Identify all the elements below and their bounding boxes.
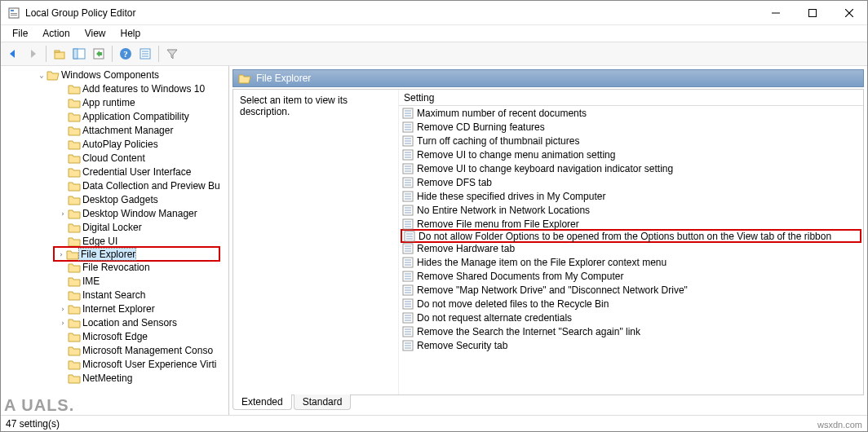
setting-row[interactable]: Do not move deleted files to the Recycle… — [399, 297, 863, 311]
svg-rect-8 — [55, 52, 64, 59]
tree-item[interactable]: ›Internet Explorer — [1, 302, 228, 315]
forward-button[interactable] — [24, 45, 42, 63]
tree-pane[interactable]: ⌄ Windows Components Add features to Win… — [1, 66, 229, 415]
setting-label: Remove Hardware tab — [417, 243, 515, 254]
tree-item[interactable]: AutoPlay Policies — [1, 137, 228, 151]
status-text: 47 setting(s) — [6, 418, 60, 430]
setting-row[interactable]: Do not request alternate credentials — [399, 311, 863, 324]
policy-icon — [402, 149, 414, 161]
folder-icon — [68, 139, 81, 150]
tree-item[interactable]: IME — [1, 274, 228, 288]
tree-item-label: Data Collection and Preview Bu — [81, 180, 220, 192]
expand-icon[interactable]: › — [58, 305, 68, 313]
setting-row[interactable]: Remove CD Burning features — [399, 120, 863, 134]
tree-item[interactable]: Data Collection and Preview Bu — [1, 179, 228, 192]
tree-item[interactable]: Microsoft Edge — [1, 329, 228, 343]
menu-file[interactable]: File — [6, 26, 34, 41]
settings-list[interactable]: Setting Maximum number of recent documen… — [399, 90, 863, 395]
tree-item[interactable]: Desktop Gadgets — [1, 192, 228, 206]
folder-icon — [68, 152, 81, 164]
detail-header-title: File Explorer — [256, 73, 311, 84]
tab-extended[interactable]: Extended — [232, 395, 292, 410]
app-icon — [7, 7, 20, 20]
tree-item-label: Add features to Windows 10 — [81, 83, 205, 95]
tree-root-label: Windows Components — [60, 69, 159, 81]
setting-row[interactable]: Hides the Manage item on the File Explor… — [399, 255, 863, 269]
status-bar: 47 setting(s) — [1, 415, 867, 431]
tree-item[interactable]: ›Location and Sensors — [1, 315, 228, 329]
svg-rect-11 — [73, 49, 78, 59]
show-hide-tree-button[interactable] — [70, 45, 88, 63]
tree-item-label: AutoPlay Policies — [81, 139, 158, 150]
policy-icon — [402, 298, 414, 310]
tree-item[interactable]: Digital Locker — [1, 220, 228, 234]
expand-icon[interactable]: › — [58, 209, 68, 218]
folder-icon — [68, 222, 81, 233]
description-text: Select an item to view its description. — [240, 95, 348, 117]
policy-icon — [402, 312, 414, 324]
toolbar: ? — [1, 42, 867, 66]
window-title: Local Group Policy Editor — [25, 7, 135, 19]
column-header-setting[interactable]: Setting — [399, 90, 863, 106]
export-button[interactable] — [90, 45, 108, 63]
back-button[interactable] — [4, 45, 22, 63]
tree-item-label: Microsoft Management Conso — [81, 345, 213, 356]
menu-help[interactable]: Help — [114, 26, 148, 41]
tree-item[interactable]: NetMeeting — [1, 371, 228, 385]
setting-row[interactable]: Turn off caching of thumbnail pictures — [399, 134, 863, 148]
tree-item[interactable]: Credential User Interface — [1, 165, 228, 179]
expand-icon[interactable]: › — [56, 250, 66, 258]
setting-row[interactable]: Remove UI to change menu animation setti… — [399, 148, 863, 161]
tree-item-label: Desktop Gadgets — [81, 194, 158, 205]
folder-icon — [68, 359, 81, 370]
folder-icon — [68, 303, 81, 315]
setting-row[interactable]: Remove UI to change keyboard navigation … — [399, 161, 863, 175]
setting-row[interactable]: Hide these specified drives in My Comput… — [399, 189, 863, 203]
tab-standard[interactable]: Standard — [294, 395, 352, 410]
tree-root[interactable]: ⌄ Windows Components — [1, 68, 228, 82]
up-icon[interactable] — [51, 45, 69, 63]
tree-item[interactable]: Instant Search — [1, 288, 228, 302]
policy-icon — [402, 121, 414, 133]
expand-icon[interactable]: › — [58, 319, 68, 327]
setting-row[interactable]: Remove Shared Documents from My Computer — [399, 269, 863, 283]
filter-button[interactable] — [163, 45, 181, 63]
tree-item[interactable]: Cloud Content — [1, 151, 228, 165]
policy-icon — [404, 231, 415, 242]
folder-open-icon — [238, 73, 251, 84]
minimize-button[interactable] — [757, 1, 794, 24]
description-panel: Select an item to view its description. — [233, 90, 399, 395]
folder-icon — [68, 83, 81, 95]
setting-label: No Entire Network in Network Locations — [417, 205, 590, 216]
tree-item-label: Desktop Window Manager — [81, 208, 197, 219]
folder-icon — [68, 372, 81, 384]
view-tabs: Extended Standard — [232, 395, 864, 412]
setting-row[interactable]: Remove "Map Network Drive" and "Disconne… — [399, 283, 863, 297]
tree-item-label: Microsoft Edge — [81, 331, 148, 342]
setting-row[interactable]: Maximum number of recent documents — [399, 106, 863, 120]
setting-row[interactable]: Remove Hardware tab — [399, 241, 863, 255]
setting-row[interactable]: Remove DFS tab — [399, 175, 863, 189]
close-button[interactable] — [830, 1, 867, 24]
setting-row[interactable]: Remove Security tab — [399, 338, 863, 352]
svg-rect-3 — [11, 15, 17, 15]
svg-rect-2 — [11, 13, 17, 14]
tree-item[interactable]: App runtime — [1, 95, 228, 109]
tree-item[interactable]: ›File Explorer — [55, 247, 139, 261]
tree-item[interactable]: ›Desktop Window Manager — [1, 206, 228, 220]
setting-row[interactable]: No Entire Network in Network Locations — [399, 203, 863, 217]
menu-action[interactable]: Action — [36, 26, 76, 41]
tree-item[interactable]: File Revocation — [1, 260, 228, 274]
tree-item[interactable]: Attachment Manager — [1, 123, 228, 137]
tree-item[interactable]: Microsoft User Experience Virti — [1, 357, 228, 371]
help-button[interactable]: ? — [117, 45, 135, 63]
tree-item[interactable]: Microsoft Management Conso — [1, 343, 228, 357]
tree-item[interactable]: Application Compatibility — [1, 109, 228, 123]
collapse-icon[interactable]: ⌄ — [37, 71, 46, 79]
maximize-button[interactable] — [794, 1, 830, 24]
setting-row[interactable]: Remove the Search the Internet "Search a… — [399, 324, 863, 338]
menu-view[interactable]: View — [78, 26, 113, 41]
properties-button[interactable] — [136, 45, 154, 63]
tree-item[interactable]: Add features to Windows 10 — [1, 82, 228, 95]
setting-row[interactable]: Do not allow Folder Options to be opened… — [401, 229, 861, 243]
